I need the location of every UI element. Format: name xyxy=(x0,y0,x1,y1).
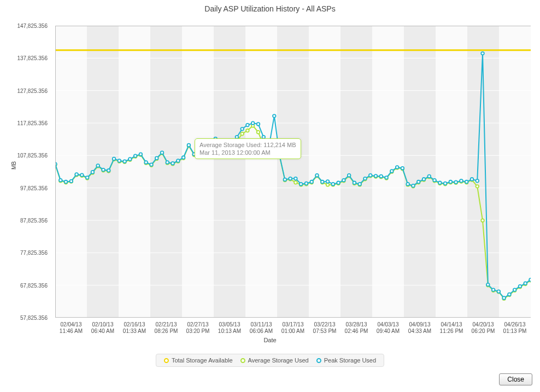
svg-point-179 xyxy=(476,179,479,183)
svg-point-114 xyxy=(128,157,132,161)
data-tooltip: Average Storage Used: 112,214 MB Mar 11,… xyxy=(195,138,301,159)
svg-point-167 xyxy=(412,184,415,188)
svg-point-146 xyxy=(300,183,303,186)
svg-point-109 xyxy=(102,168,105,172)
svg-point-153 xyxy=(337,182,340,185)
svg-point-123 xyxy=(177,159,180,162)
svg-point-168 xyxy=(417,180,420,184)
legend-item-avg: Average Storage Used xyxy=(240,357,309,364)
chart-title: Daily ASP Utilization History - All ASPs xyxy=(0,4,540,13)
svg-point-188 xyxy=(524,282,527,285)
svg-point-55 xyxy=(294,181,297,184)
svg-point-175 xyxy=(454,180,457,184)
svg-point-149 xyxy=(315,174,319,177)
svg-point-46 xyxy=(246,129,249,132)
svg-point-150 xyxy=(321,180,324,184)
legend-item-total: Total Storage Available xyxy=(164,357,233,364)
svg-point-144 xyxy=(289,177,292,180)
svg-point-102 xyxy=(64,180,68,184)
svg-point-118 xyxy=(150,163,153,166)
svg-point-183 xyxy=(497,290,501,293)
svg-point-138 xyxy=(257,122,260,126)
svg-point-169 xyxy=(422,178,426,181)
svg-point-137 xyxy=(251,121,255,125)
svg-point-112 xyxy=(118,159,121,162)
svg-point-107 xyxy=(91,171,95,174)
svg-point-106 xyxy=(86,176,89,179)
svg-point-160 xyxy=(374,174,378,178)
y-axis-ticks: 57,825.35667,825.35677,825.35687,825.356… xyxy=(0,26,52,318)
svg-point-120 xyxy=(161,151,164,154)
svg-point-158 xyxy=(363,177,367,180)
svg-point-187 xyxy=(519,285,522,288)
svg-point-163 xyxy=(390,169,394,173)
legend-item-peak: Peak Storage Used xyxy=(316,357,376,364)
svg-point-181 xyxy=(486,283,490,286)
svg-point-113 xyxy=(123,160,126,163)
svg-point-170 xyxy=(427,175,431,178)
tooltip-line1: Average Storage Used: 112,214 MB xyxy=(199,141,296,149)
svg-point-154 xyxy=(342,179,345,182)
svg-point-143 xyxy=(284,178,287,182)
svg-point-164 xyxy=(396,166,399,169)
svg-point-147 xyxy=(305,182,308,185)
svg-point-48 xyxy=(257,131,260,134)
x-axis-ticks: 02/04/1311:46 AM02/10/1306:40 AM02/16/13… xyxy=(55,321,531,338)
circle-icon xyxy=(316,358,321,363)
svg-point-125 xyxy=(187,144,191,147)
circle-icon xyxy=(164,358,169,363)
x-axis-label: Date xyxy=(0,337,540,343)
plot-area[interactable]: Average Storage Used: 112,214 MB Mar 11,… xyxy=(55,26,531,318)
svg-point-108 xyxy=(96,164,99,167)
svg-point-184 xyxy=(502,296,506,300)
svg-point-186 xyxy=(513,288,516,291)
svg-point-136 xyxy=(246,124,249,127)
svg-point-104 xyxy=(75,173,78,176)
svg-point-155 xyxy=(348,174,351,177)
svg-point-177 xyxy=(465,180,468,184)
svg-point-45 xyxy=(240,132,244,136)
svg-point-115 xyxy=(134,154,137,157)
svg-point-117 xyxy=(144,161,148,164)
svg-point-171 xyxy=(433,179,436,182)
svg-point-101 xyxy=(59,179,62,182)
svg-point-122 xyxy=(171,162,174,165)
svg-point-162 xyxy=(385,176,388,179)
svg-point-178 xyxy=(471,178,474,181)
circle-icon xyxy=(240,358,245,363)
svg-point-121 xyxy=(166,161,169,164)
svg-point-173 xyxy=(444,182,447,185)
svg-point-182 xyxy=(492,288,495,291)
svg-point-156 xyxy=(353,182,356,185)
svg-point-141 xyxy=(273,114,276,118)
svg-point-105 xyxy=(80,173,84,177)
svg-point-110 xyxy=(107,169,110,172)
svg-point-151 xyxy=(326,180,330,183)
svg-point-157 xyxy=(358,183,361,186)
svg-point-176 xyxy=(460,179,463,183)
svg-point-165 xyxy=(401,167,404,170)
svg-point-189 xyxy=(529,278,531,282)
svg-point-119 xyxy=(155,156,159,160)
svg-point-145 xyxy=(294,177,297,180)
close-button[interactable]: Close xyxy=(499,373,532,385)
svg-point-185 xyxy=(508,293,511,296)
svg-point-100 xyxy=(55,162,57,166)
svg-point-159 xyxy=(369,174,372,177)
svg-point-90 xyxy=(481,219,484,222)
svg-point-172 xyxy=(438,182,442,185)
svg-point-180 xyxy=(481,52,484,55)
svg-point-116 xyxy=(139,153,143,156)
svg-point-61 xyxy=(326,183,330,186)
legend: Total Storage Available Average Storage … xyxy=(156,354,384,367)
svg-point-166 xyxy=(406,183,409,186)
svg-point-148 xyxy=(310,180,313,184)
svg-point-174 xyxy=(449,180,453,184)
svg-point-152 xyxy=(332,183,335,186)
svg-point-103 xyxy=(70,180,73,183)
svg-point-111 xyxy=(113,157,116,161)
tooltip-line2: Mar 11, 2013 12:00:00 AM xyxy=(199,149,296,156)
svg-point-124 xyxy=(182,156,185,159)
svg-point-161 xyxy=(379,175,383,178)
svg-point-135 xyxy=(240,127,244,131)
